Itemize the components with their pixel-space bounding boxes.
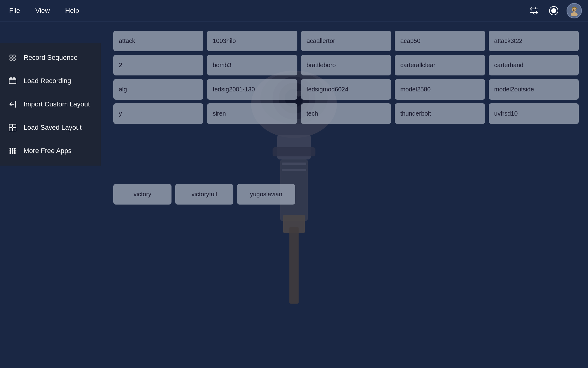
pad-acaallertor[interactable]: acaallertor bbox=[301, 31, 391, 51]
pad-carterhand[interactable]: carterhand bbox=[489, 55, 579, 75]
svg-point-31 bbox=[12, 148, 13, 150]
pad-fedsig2001-130[interactable]: fedsig2001-130 bbox=[207, 79, 297, 100]
more-apps-label: More Free Apps bbox=[24, 147, 72, 155]
import-layout-icon bbox=[8, 99, 17, 109]
load-saved-label: Load Saved Layout bbox=[24, 124, 82, 132]
menu-item-more-apps[interactable]: More Free Apps bbox=[0, 139, 101, 163]
menubar: File View Help bbox=[0, 0, 588, 21]
record-button[interactable] bbox=[547, 4, 560, 17]
pad-1003hilo[interactable]: 1003hilo bbox=[207, 31, 297, 51]
svg-rect-25 bbox=[13, 77, 15, 79]
pad-uvfrsd10[interactable]: uvfrsd10 bbox=[489, 103, 579, 124]
svg-point-21 bbox=[10, 58, 12, 60]
svg-point-36 bbox=[9, 152, 11, 154]
svg-rect-18 bbox=[282, 169, 306, 171]
pad-siren[interactable]: siren bbox=[207, 103, 297, 124]
svg-point-34 bbox=[12, 150, 13, 152]
menu-item-record-sequence[interactable]: Record Sequence bbox=[0, 46, 101, 69]
svg-point-38 bbox=[14, 152, 16, 154]
svg-point-32 bbox=[14, 148, 16, 150]
menu-item-load-recording[interactable]: Load Recording bbox=[0, 69, 101, 93]
record-sequence-label: Record Sequence bbox=[24, 54, 77, 62]
svg-rect-23 bbox=[9, 78, 16, 84]
load-saved-icon bbox=[8, 123, 17, 132]
pad-2[interactable]: 2 bbox=[113, 55, 203, 75]
pad-yugoslavian[interactable]: yugoslavian bbox=[237, 184, 295, 205]
svg-point-20 bbox=[13, 55, 15, 57]
pads-grid: attack1003hiloacaallertoracap50attack3t2… bbox=[110, 28, 582, 127]
pad-thunderbolt[interactable]: thunderbolt bbox=[395, 103, 485, 124]
load-recording-label: Load Recording bbox=[24, 77, 71, 85]
pad-fedsigmod6024[interactable]: fedsigmod6024 bbox=[301, 79, 391, 100]
menu-view[interactable]: View bbox=[32, 5, 53, 16]
svg-rect-28 bbox=[9, 128, 12, 131]
dropdown-menu: Record Sequence Load Recording bbox=[0, 43, 101, 166]
pad-alg[interactable]: alg bbox=[113, 79, 203, 100]
svg-point-1 bbox=[551, 8, 556, 13]
svg-rect-16 bbox=[273, 147, 315, 156]
svg-rect-29 bbox=[13, 128, 16, 131]
more-apps-icon bbox=[8, 146, 17, 156]
pad-attack3t22[interactable]: attack3t22 bbox=[489, 31, 579, 51]
svg-rect-26 bbox=[9, 124, 12, 127]
svg-point-19 bbox=[10, 55, 12, 57]
pad-victory[interactable]: victory bbox=[113, 184, 172, 205]
svg-point-5 bbox=[575, 9, 576, 10]
import-layout-label: Import Custom Layout bbox=[24, 100, 90, 108]
menu-right bbox=[527, 3, 582, 18]
load-recording-icon bbox=[8, 76, 17, 86]
svg-rect-24 bbox=[10, 77, 12, 79]
svg-rect-27 bbox=[13, 124, 16, 127]
svg-point-3 bbox=[571, 12, 578, 16]
svg-point-37 bbox=[12, 152, 13, 154]
svg-point-30 bbox=[9, 148, 11, 150]
pad-acap50[interactable]: acap50 bbox=[395, 31, 485, 51]
shuffle-button[interactable] bbox=[527, 4, 541, 17]
svg-point-35 bbox=[14, 150, 16, 152]
menu-items: File View Help bbox=[6, 5, 527, 16]
svg-point-33 bbox=[9, 150, 11, 152]
svg-rect-17 bbox=[282, 163, 306, 165]
svg-rect-15 bbox=[289, 227, 299, 304]
pads-bottom-row: victoryvictoryfullyugoslavian bbox=[110, 181, 298, 208]
svg-point-22 bbox=[13, 58, 15, 60]
pad-tech[interactable]: tech bbox=[301, 103, 391, 124]
menu-item-import-layout[interactable]: Import Custom Layout bbox=[0, 93, 101, 116]
pad-carterallclear[interactable]: carterallclear bbox=[395, 55, 485, 75]
pad-y[interactable]: y bbox=[113, 103, 203, 124]
pad-victoryfull[interactable]: victoryfull bbox=[175, 184, 233, 205]
main-content: Record Sequence Load Recording bbox=[0, 21, 588, 368]
svg-point-4 bbox=[573, 9, 574, 10]
pad-model2outside[interactable]: model2outside bbox=[489, 79, 579, 100]
record-sequence-icon bbox=[8, 53, 17, 63]
pad-brattleboro[interactable]: brattleboro bbox=[301, 55, 391, 75]
pad-bomb3[interactable]: bomb3 bbox=[207, 55, 297, 75]
user-avatar[interactable] bbox=[567, 3, 582, 18]
pad-attack[interactable]: attack bbox=[113, 31, 203, 51]
menu-help[interactable]: Help bbox=[62, 5, 82, 16]
menu-item-load-saved[interactable]: Load Saved Layout bbox=[0, 116, 101, 139]
pad-model2580[interactable]: model2580 bbox=[395, 79, 485, 100]
menu-file[interactable]: File bbox=[6, 5, 23, 16]
